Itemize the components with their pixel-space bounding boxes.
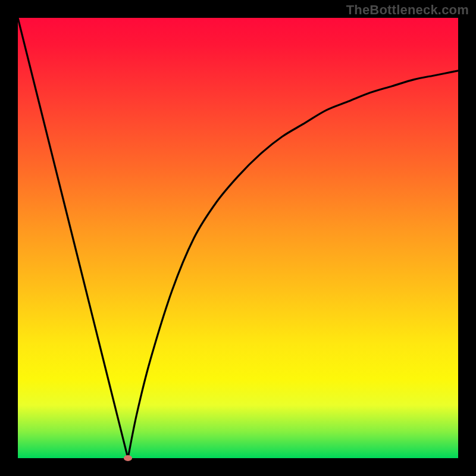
chart-frame: TheBottleneck.com — [0, 0, 476, 476]
bottleneck-curve — [18, 18, 458, 458]
watermark-text: TheBottleneck.com — [346, 2, 469, 18]
minimum-marker — [124, 455, 132, 461]
plot-area — [18, 18, 458, 458]
